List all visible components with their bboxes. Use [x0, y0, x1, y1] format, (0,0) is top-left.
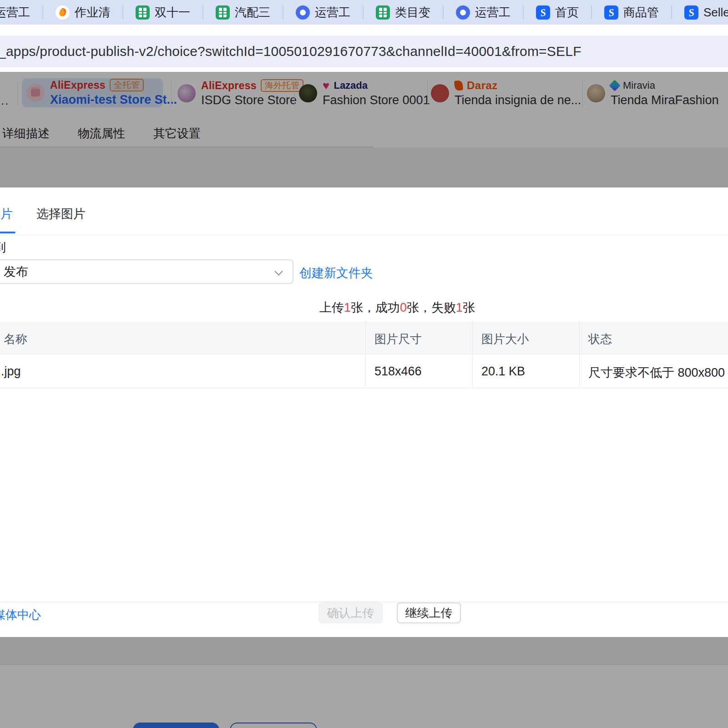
divider [443, 5, 444, 19]
sheets-icon [376, 5, 390, 20]
column-name: 名称 [4, 331, 27, 347]
upload-images-modal: 图片 选择图片 到 发布 创建新文件夹 上传1张，成功0张，失败1张 名称 图片… [0, 187, 728, 637]
tab-upload-images[interactable]: 图片 [0, 206, 13, 222]
file-size: 20.1 KB [481, 364, 525, 379]
status-part: 上传 [319, 301, 344, 314]
bookmark-item[interactable]: 类目变 [376, 5, 430, 20]
bookmark-item[interactable]: 双十一 [136, 5, 190, 20]
ring-icon [456, 5, 470, 20]
table-row: .jpg 518x466 20.1 KB 尺寸要求不低于 800x800 Tr [0, 354, 728, 388]
sheets-icon [136, 5, 150, 20]
bookmark-item[interactable]: 作业清 [56, 5, 110, 20]
bookmarks-bar: 运营工 作业清 双十一 汽配三 运营工 [0, 0, 728, 25]
bookmark-item[interactable]: 运营工 [0, 5, 30, 20]
bookmark-label: 双十一 [155, 5, 190, 20]
sheets-icon [216, 5, 230, 20]
media-center-link[interactable]: 媒体中心 [0, 607, 41, 623]
bookmark-item[interactable]: Seller [684, 5, 728, 20]
column-status: 状态 [588, 331, 612, 347]
chevron-down-icon [274, 267, 283, 275]
status-part: 张，失败 [407, 301, 456, 314]
ring-icon [296, 5, 310, 20]
failed-count: 1 [456, 301, 463, 314]
divider [591, 5, 592, 19]
folder-select-value: 发布 [0, 263, 28, 280]
upload-table-header: 名称 图片尺寸 图片大小 状态 [0, 321, 728, 354]
screen: .. AliExpress 全托管 Xiaomi-test Store St..… [0, 0, 728, 728]
upload-to-label: 到 [0, 239, 6, 256]
confirm-upload-button[interactable]: 确认上传 [318, 602, 383, 623]
bookmark-label: 首页 [555, 5, 579, 20]
divider [0, 235, 728, 235]
bookmark-label: 汽配三 [235, 5, 270, 20]
url-text: _apps/product-publish-v2/choice?switchId… [0, 44, 581, 59]
divider [671, 5, 672, 19]
url-row: _apps/product-publish-v2/choice?switchId… [0, 25, 728, 72]
bookmark-label: 作业清 [75, 5, 110, 20]
aliexpress-icon [604, 5, 618, 20]
aliexpress-icon [536, 5, 550, 20]
column-dimensions: 图片尺寸 [374, 331, 422, 347]
bookmark-item[interactable]: 运营工 [296, 5, 350, 20]
active-tab-underline [0, 232, 15, 233]
orange-app-icon [56, 5, 70, 20]
column-size: 图片大小 [481, 331, 529, 347]
divider [122, 5, 123, 19]
bookmark-label: 类目变 [395, 5, 430, 20]
divider [523, 5, 524, 19]
upload-status-text: 上传1张，成功0张，失败1张 [319, 299, 475, 316]
bookmark-label: 运营工 [475, 5, 511, 20]
divider [202, 5, 203, 19]
bookmark-item[interactable]: 汽配三 [216, 5, 270, 20]
tab-select-images[interactable]: 选择图片 [36, 206, 86, 222]
address-bar[interactable]: _apps/product-publish-v2/choice?switchId… [0, 35, 728, 67]
status-message: 尺寸要求不低于 800x800 [588, 366, 725, 379]
uploaded-count: 1 [344, 301, 351, 314]
divider [472, 321, 473, 388]
status-part: 张，成功 [351, 301, 400, 314]
divider [42, 5, 43, 19]
divider [579, 321, 580, 388]
folder-select[interactable]: 发布 [0, 259, 293, 284]
browser-chrome: 运营工 作业清 双十一 汽配三 运营工 [0, 0, 728, 72]
divider [363, 5, 364, 19]
success-count: 0 [400, 301, 407, 314]
divider [365, 321, 366, 388]
continue-upload-button[interactable]: 继续上传 [397, 602, 461, 623]
file-dimensions: 518x466 [374, 364, 422, 379]
status-part: 张 [463, 301, 475, 314]
create-new-folder-link[interactable]: 创建新文件夹 [299, 265, 373, 281]
file-status: 尺寸要求不低于 800x800 Tr [588, 364, 728, 381]
bookmark-item[interactable]: 首页 [536, 5, 579, 20]
file-name: .jpg [1, 364, 21, 379]
aliexpress-icon [684, 5, 698, 20]
bookmark-label: 运营工 [0, 5, 30, 20]
bookmark-item[interactable]: 商品管 [604, 5, 659, 20]
bookmark-item[interactable]: 运营工 [456, 5, 511, 20]
bookmark-label: 商品管 [623, 5, 659, 20]
bookmark-label: Seller [703, 5, 728, 20]
divider [0, 602, 728, 602]
divider [283, 5, 283, 19]
bookmark-label: 运营工 [315, 5, 350, 20]
